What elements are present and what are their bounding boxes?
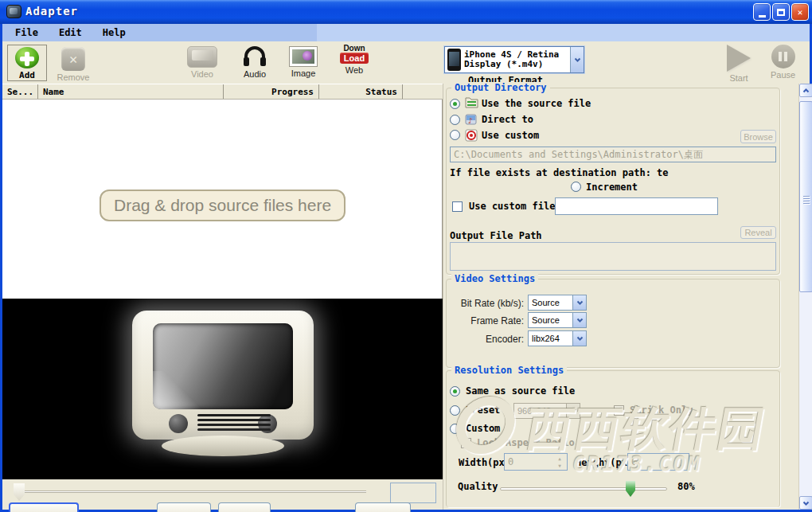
video-button[interactable]: Video (184, 46, 221, 79)
file-list-drop-area[interactable]: Drag & drop source files here (2, 100, 443, 299)
lock-aspect-ratio-checkbox[interactable] (461, 438, 471, 448)
preset-value: 960x640 (514, 406, 566, 416)
column-name[interactable]: Name (38, 84, 224, 99)
web-button[interactable]: Down Load Web (335, 44, 373, 75)
quality-value: 80% (677, 481, 695, 492)
start-label: Start (729, 73, 748, 83)
column-select[interactable]: Se... (2, 84, 38, 99)
source-panel: Se... Name Progress Status Drag & drop s… (2, 84, 443, 510)
frame-rate-label: Frame Rate: (448, 315, 524, 326)
preset-select[interactable]: 960x640 (513, 403, 580, 419)
quality-slider-thumb[interactable] (626, 481, 635, 497)
audio-button[interactable]: Audio (237, 45, 272, 79)
chevron-up-icon (802, 88, 810, 93)
record-icon (465, 129, 478, 142)
image-label: Image (291, 68, 316, 78)
bit-rate-select[interactable]: Source (528, 295, 587, 311)
shrink-only-label: Shrink Only (630, 405, 693, 416)
image-button[interactable]: Image (287, 46, 320, 78)
add-button[interactable]: Add (7, 45, 47, 81)
tv-base (162, 436, 284, 456)
bit-rate-label: Bit Rate (kb/s): (448, 298, 524, 309)
radio-use-source-file[interactable] (450, 99, 460, 109)
remove-button[interactable]: ✕ Remove (52, 45, 95, 82)
scroll-down-button[interactable] (799, 496, 812, 510)
spin-up-icon[interactable]: ▲ (555, 455, 564, 462)
clipped-button-4[interactable] (355, 502, 411, 512)
output-file-path-box (450, 242, 776, 271)
resolution-settings-title: Resolution Settings (451, 365, 567, 376)
scrollbar-thumb[interactable] (799, 101, 812, 292)
column-progress[interactable]: Progress (224, 84, 319, 99)
frame-rate-value: Source (529, 315, 572, 325)
video-label: Video (191, 69, 213, 79)
seek-slider-thumb[interactable] (14, 483, 25, 501)
close-button[interactable]: ✕ (791, 3, 809, 21)
use-custom-label: Use custom (482, 130, 539, 141)
remove-label: Remove (57, 72, 90, 82)
browse-button[interactable]: Browse (740, 130, 776, 143)
remove-x-icon: ✕ (61, 47, 85, 71)
custom-label: Custom (466, 423, 500, 434)
drop-hint-badge: Drag & drop source files here (100, 190, 345, 221)
height-spinner[interactable]: 0 ▲ ▼ (627, 453, 689, 471)
minimize-button[interactable] (753, 3, 771, 21)
start-button[interactable]: Start (727, 45, 751, 83)
output-directory-title: Output Directory (451, 82, 550, 93)
maximize-button[interactable] (772, 3, 790, 21)
shrink-only-checkbox[interactable] (614, 405, 624, 416)
tv-illustration (132, 311, 314, 440)
pause-button[interactable]: Pause (771, 45, 795, 80)
column-status[interactable]: Status (319, 84, 403, 99)
video-settings-group: Video Settings Bit Rate (kb/s): Source F… (446, 279, 780, 368)
output-file-path-label: Output File Path (450, 230, 542, 241)
width-value: 0 (508, 456, 513, 467)
output-format-dropdown-button[interactable] (570, 47, 584, 72)
clipped-button-1[interactable] (9, 502, 79, 512)
width-spinner[interactable]: 0 ▲ ▼ (504, 453, 568, 471)
chevron-down-icon (574, 57, 581, 62)
radio-preset[interactable] (450, 405, 460, 416)
download-icon: Down (343, 44, 365, 53)
menu-bar: File Edit Help (2, 24, 810, 41)
quality-slider-track[interactable] (500, 487, 667, 491)
media-app-icon: ♪ (465, 113, 478, 125)
radio-direct-to[interactable] (450, 115, 460, 125)
spin-down-icon[interactable]: ▼ (677, 463, 686, 469)
radio-increment[interactable] (571, 182, 581, 192)
height-value: 0 (631, 456, 637, 467)
clipped-button-2[interactable] (157, 502, 211, 512)
radio-same-as-source[interactable] (450, 386, 460, 397)
audio-label: Audio (244, 69, 266, 79)
frame-rate-select[interactable]: Source (528, 312, 587, 328)
seek-slider-track[interactable] (18, 491, 366, 493)
use-source-file-label: Use the source file (482, 98, 591, 109)
chevron-down-icon (576, 336, 584, 341)
menu-help[interactable]: Help (95, 25, 134, 40)
video-tv-icon (187, 46, 217, 68)
file-list-header: Se... Name Progress Status (2, 84, 443, 100)
radio-custom[interactable] (450, 424, 460, 434)
video-settings-title: Video Settings (451, 273, 538, 284)
use-custom-filename-checkbox[interactable] (452, 201, 463, 212)
scroll-up-button[interactable] (799, 84, 812, 97)
custom-filename-input[interactable] (555, 197, 718, 215)
resolution-settings-group: Resolution Settings Same as source file … (446, 370, 780, 507)
app-icon (6, 5, 21, 18)
spin-down-icon[interactable]: ▼ (555, 463, 564, 469)
window-title: Adapter (25, 5, 78, 18)
reveal-button[interactable]: Reveal (740, 226, 776, 239)
menu-edit[interactable]: Edit (51, 25, 90, 40)
clipped-button-3[interactable] (218, 502, 271, 512)
add-plus-icon (15, 47, 39, 68)
radio-use-custom[interactable] (450, 130, 460, 140)
output-path-input[interactable] (450, 147, 776, 162)
spin-up-icon[interactable]: ▲ (677, 455, 686, 462)
chevron-down-icon (576, 318, 584, 322)
lock-aspect-ratio-label: Lock Aspect Ratio (477, 437, 575, 448)
encoder-select[interactable]: libx264 (528, 330, 587, 346)
menu-file[interactable]: File (7, 25, 46, 40)
output-directory-group: Output Directory Use the source file ♪ D… (446, 88, 780, 275)
settings-scrollbar[interactable] (798, 84, 812, 510)
output-format-select[interactable]: iPhone 4S / Retina Display (*.m4v) (444, 46, 584, 73)
